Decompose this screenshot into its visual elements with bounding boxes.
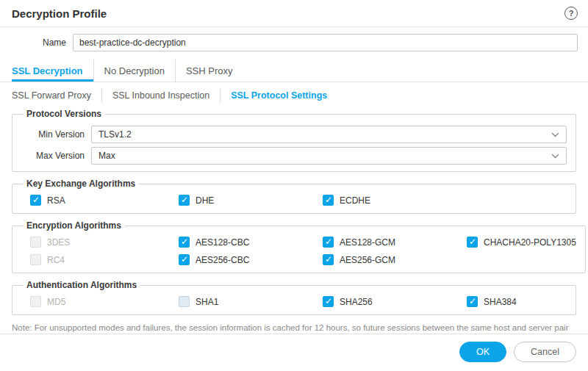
checkbox-box[interactable] [179,237,190,248]
checkbox-label: SHA384 [484,297,517,307]
subtab-ssl-inbound-inspection[interactable]: SSL Inbound Inspection [101,89,220,102]
main-tabs: SSL Decryption No Decryption SSH Proxy [0,60,588,82]
checkbox-label: AES256-CBC [196,255,249,265]
checkbox-box[interactable] [323,195,334,206]
chevron-down-icon [551,154,559,159]
decryption-profile-dialog: Decryption Profile ? Name SSL Decryption… [0,0,588,371]
checkbox-aes256-gcm[interactable]: AES256-GCM [323,254,467,265]
checkbox-label: RSA [47,195,65,206]
checkbox-label: SHA1 [196,297,218,307]
checkbox-label: AES256-GCM [340,255,395,265]
checkbox-label: CHACHA20-POLY1305 [484,237,576,248]
max-version-select[interactable]: Max [91,147,567,165]
max-version-row: Max Version Max [21,147,567,165]
checkbox-ecdhe[interactable]: ECDHE [323,195,467,206]
dialog-footer: OK Cancel [0,334,588,371]
name-input[interactable] [73,34,578,51]
ok-button[interactable]: OK [459,342,506,362]
checkbox-label: AES128-GCM [340,237,395,248]
max-version-label: Max Version [21,151,85,161]
checkbox-label: 3DES [47,237,70,248]
checkbox-sha384[interactable]: SHA384 [467,296,567,307]
min-version-value: TLSv1.2 [98,129,132,140]
checkbox-rc4[interactable]: RC4 [30,254,179,265]
chevron-down-icon [551,132,559,137]
min-version-row: Min Version TLSv1.2 [21,126,567,143]
checkbox-box[interactable] [323,296,334,307]
checkbox-sha1[interactable]: SHA1 [179,296,323,307]
checkbox-aes128-gcm[interactable]: AES128-GCM [323,237,467,248]
min-version-select[interactable]: TLSv1.2 [91,126,567,143]
checkbox-box[interactable] [30,195,41,206]
authentication-section: Authentication Algorithms MD5 SHA1 SHA25… [12,280,576,315]
encryption-legend: Encryption Algorithms [23,220,125,231]
dialog-title: Decryption Profile [12,7,107,20]
checkbox-rsa[interactable]: RSA [30,195,179,206]
checkbox-label: SHA256 [340,297,373,307]
checkbox-aes256-cbc[interactable]: AES256-CBC [179,254,323,265]
checkbox-dhe[interactable]: DHE [179,195,323,206]
checkbox-box[interactable] [30,296,41,307]
checkbox-box[interactable] [467,296,478,307]
checkbox-aes128-cbc[interactable]: AES128-CBC [179,237,323,248]
checkbox-sha256[interactable]: SHA256 [323,296,467,307]
max-version-value: Max [98,151,115,161]
checkbox-box[interactable] [179,296,190,307]
sub-tabs: SSL Forward Proxy SSL Inbound Inspection… [0,82,588,109]
checkbox-box[interactable] [323,237,334,248]
checkbox-box[interactable] [179,195,190,206]
checkbox-box[interactable] [323,254,334,265]
checkbox-label: ECDHE [340,195,370,206]
checkbox-label: RC4 [47,255,65,265]
help-icon[interactable]: ? [564,7,578,20]
checkbox-label: AES128-CBC [196,237,249,248]
tab-ssl-decryption[interactable]: SSL Decryption [12,60,93,82]
checkbox-md5[interactable]: MD5 [30,296,179,307]
name-label: Name [12,37,66,48]
checkbox-label: MD5 [47,297,65,307]
protocol-versions-section: Protocol Versions Min Version TLSv1.2 Ma… [12,109,576,172]
authentication-grid: MD5 SHA1 SHA256 SHA384 [21,293,567,308]
checkbox-chacha20-poly1305[interactable]: CHACHA20-POLY1305 [467,237,576,248]
checkbox-box[interactable] [30,254,41,265]
key-exchange-grid: RSA DHE ECDHE [21,192,567,206]
tab-ssh-proxy[interactable]: SSH Proxy [175,60,243,82]
protocol-versions-legend: Protocol Versions [23,109,105,119]
authentication-legend: Authentication Algorithms [23,280,140,290]
encryption-grid: 3DES AES128-CBC AES128-GCM CHACHA20-POLY… [21,234,576,266]
tab-no-decryption[interactable]: No Decryption [93,60,175,82]
key-exchange-legend: Key Exchange Algorithms [23,179,139,189]
cancel-button[interactable]: Cancel [514,342,576,362]
checkbox-box[interactable] [30,237,41,248]
checkbox-3des[interactable]: 3DES [30,237,179,248]
dialog-header: Decryption Profile ? [0,0,588,27]
name-row: Name [12,34,578,51]
encryption-section: Encryption Algorithms 3DES AES128-CBC AE… [12,220,586,273]
checkbox-box[interactable] [179,254,190,265]
subtab-ssl-forward-proxy[interactable]: SSL Forward Proxy [12,89,101,102]
min-version-label: Min Version [21,129,85,140]
grid-spacer [467,254,576,265]
checkbox-label: DHE [196,195,214,206]
key-exchange-section: Key Exchange Algorithms RSA DHE ECDHE [12,179,576,214]
checkbox-box[interactable] [467,237,478,248]
subtab-ssl-protocol-settings[interactable]: SSL Protocol Settings [220,89,337,102]
